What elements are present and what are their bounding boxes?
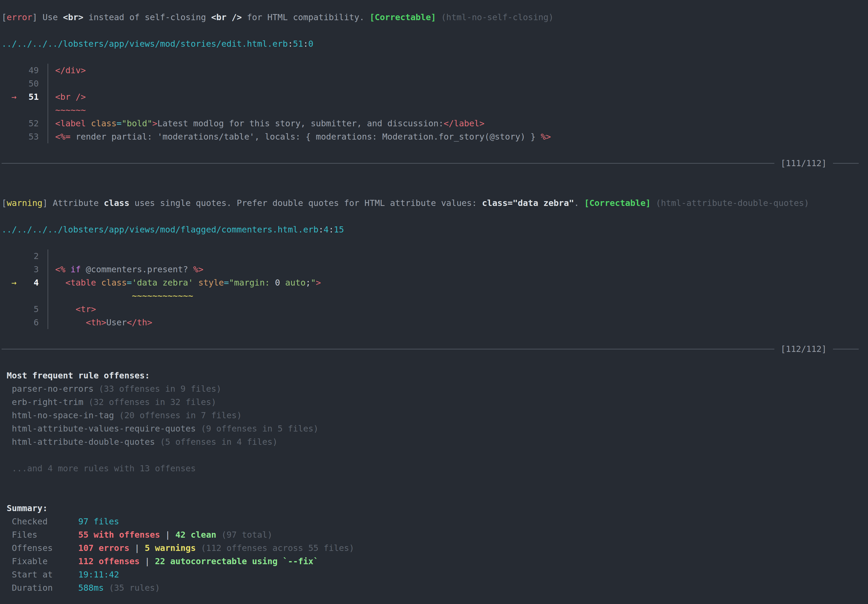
text-segment: 'data zebra' <box>132 278 193 288</box>
separator-line <box>833 163 859 164</box>
offense-counter-separator: [111/112] <box>2 157 868 170</box>
text-segment: %> <box>541 132 551 142</box>
text-segment <box>65 264 71 275</box>
line-number: 4 <box>34 276 39 289</box>
line-number: 49 <box>28 64 39 77</box>
blank-line <box>2 143 868 157</box>
text-segment: @commenters.present? <box>81 264 193 275</box>
line-number-gutter: 3 <box>2 263 39 276</box>
code-content: ~~~~~~ <box>48 104 868 117</box>
text-segment: <br /> <box>211 12 242 22</box>
code-content: <% if @commenters.present? %> <box>48 263 868 276</box>
text-segment: | <box>140 556 155 566</box>
rule-count: (5 offenses in 4 files) <box>155 437 277 447</box>
text-segment: <br /> <box>55 92 86 102</box>
summary-value: 19:11:42 <box>78 570 119 579</box>
offense-counter-label: [111/112] <box>774 157 833 170</box>
text-segment: render partial: 'moderations/table', loc… <box>71 132 541 142</box>
text-segment <box>55 304 76 314</box>
text-segment: ~~~~~~ <box>55 105 86 115</box>
code-content: </div> <box>48 64 868 77</box>
text-segment: Most frequent rule offenses: <box>2 371 150 380</box>
text-segment: [ <box>2 198 7 208</box>
line-number: 51 <box>28 90 39 104</box>
offense-counter-label: [112/112] <box>774 342 833 356</box>
text-segment: [ <box>2 12 7 22</box>
text-segment: Attribute <box>53 198 104 208</box>
text-segment: 55 with offenses <box>78 530 160 540</box>
summary-row-duration: Duration 588ms (35 rules) <box>2 581 868 595</box>
blank-line <box>2 170 868 183</box>
text-segment: <% <box>55 264 65 275</box>
separator-line <box>2 163 774 164</box>
text-segment: (112 offenses across 55 files) <box>196 543 354 553</box>
code-content: <table class='data zebra' style="margin:… <box>48 276 868 289</box>
severity-warning-label: warning <box>7 198 42 208</box>
rule-offense-item: html-attribute-double-quotes (5 offenses… <box>2 435 868 449</box>
text-segment: <br> <box>63 12 83 22</box>
text-segment: for HTML compatibility. <box>242 12 369 22</box>
text-segment: : <box>303 39 308 49</box>
blank-line <box>2 475 868 488</box>
blank-line <box>2 488 868 502</box>
text-segment: > <box>316 278 321 288</box>
more-rules-note: ...and 4 more rules with 13 offenses <box>2 462 868 475</box>
line-number: 2 <box>34 250 39 263</box>
line-number-gutter <box>2 289 39 303</box>
blank-line <box>2 210 868 223</box>
blank-line <box>2 449 868 462</box>
text-segment: "bold" <box>121 118 152 129</box>
line-number: 52 <box>28 117 39 130</box>
text-segment <box>55 278 65 288</box>
text-segment: 107 errors <box>78 543 129 553</box>
text-segment: <label <box>55 118 86 129</box>
squiggle-underline: ~~~~~~~~~~~~ <box>2 289 868 303</box>
blank-line <box>2 236 868 250</box>
text-segment: 112 offenses <box>78 556 140 566</box>
summary-value: 588ms <box>78 583 104 593</box>
file-path-text: ../../../../lobsters/app/views/mod/stori… <box>2 39 288 49</box>
line-number-gutter: 52 <box>2 117 39 130</box>
text-segment: </label> <box>443 118 484 129</box>
offense-warning-message: [warning] Attribute class uses single qu… <box>2 196 868 210</box>
rule-name: parser-no-errors <box>2 384 94 394</box>
correctable-badge: [Correctable] <box>369 12 436 22</box>
separator-line <box>2 349 774 349</box>
text-segment: | <box>129 543 145 553</box>
text-segment: ~~~~~~~~~~~~ <box>132 291 193 301</box>
rule-name: html-attribute-double-quotes <box>2 437 155 447</box>
text-segment: uses single quotes. Prefer double quotes… <box>129 198 482 208</box>
squiggle-underline: ~~~~~~ <box>2 104 868 117</box>
rule-name: html-no-space-in-tag <box>2 410 114 420</box>
code-line-50: 50 <box>2 77 868 90</box>
blank-line <box>2 356 868 369</box>
code-line-4: →4 <table class='data zebra' style="marg… <box>2 276 868 289</box>
text-segment: class <box>104 198 129 208</box>
text-segment: : <box>318 225 323 234</box>
rule-name: html-attribute-values-require-quotes <box>2 424 196 434</box>
text-segment: if <box>71 264 81 275</box>
text-segment: <table <box>65 278 96 288</box>
rule-count: (33 offenses in 9 files) <box>94 384 222 394</box>
code-line-49: 49</div> <box>2 64 868 77</box>
severity-error-label: error <box>7 12 32 22</box>
text-segment: %> <box>193 264 203 275</box>
line-number-gutter: 51 <box>2 90 39 104</box>
text-segment: ; <box>305 278 311 288</box>
code-content: ~~~~~~~~~~~~ <box>48 289 868 303</box>
code-line-5: 5 <tr> <box>2 303 868 316</box>
offense-error-message: [error] Use <br> instead of self-closing… <box>2 11 868 24</box>
line-number-gutter: 2 <box>2 250 39 263</box>
summary-label: Duration <box>2 583 78 593</box>
rule-offense-item: html-no-space-in-tag (20 offenses in 7 f… <box>2 409 868 422</box>
line-number-gutter: 6 <box>2 316 39 329</box>
summary-row-checked: Checked 97 files <box>2 515 868 528</box>
text-segment: 0 <box>275 278 280 288</box>
text-segment: = <box>116 118 121 129</box>
summary-value: 97 files <box>78 516 119 526</box>
text-segment: " <box>311 278 316 288</box>
code-line-6: 6 <th>User</th> <box>2 316 868 329</box>
code-content: <th>User</th> <box>48 316 868 329</box>
line-number: 5 <box>34 303 39 316</box>
text-segment: : <box>288 39 293 49</box>
